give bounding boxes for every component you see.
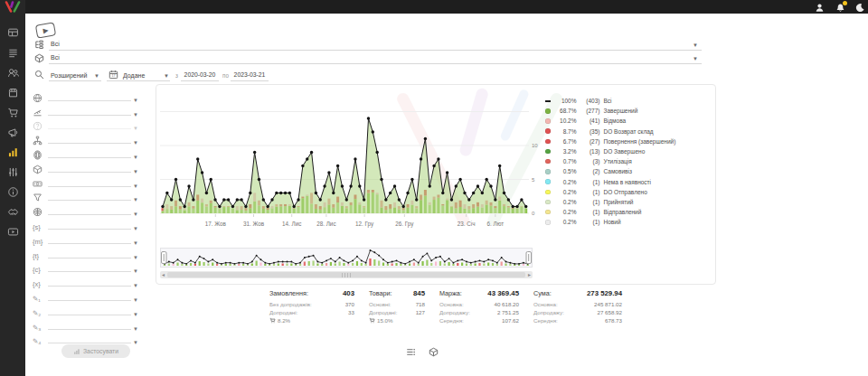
moon-icon[interactable] [855, 3, 865, 13]
filter-input-underline[interactable] [48, 128, 131, 129]
rail-sliders-icon[interactable] [7, 166, 19, 178]
sidebar-filter-row[interactable]: ▼ [33, 103, 138, 118]
chevron-down-icon[interactable]: ▼ [133, 155, 138, 160]
filter-input-underline[interactable] [48, 258, 131, 258]
rail-megaphone-icon[interactable] [7, 127, 19, 138]
chevron-down-icon[interactable]: ▼ [133, 197, 138, 202]
date-to-input[interactable]: 2023-03-21 [231, 71, 269, 78]
search-icon[interactable] [34, 70, 44, 80]
category-caret-icon[interactable]: ▼ [693, 42, 698, 48]
scroll-right-icon[interactable]: ▸ [528, 271, 531, 278]
filter-input-underline[interactable] [48, 214, 131, 215]
nav-handle-right[interactable] [526, 252, 532, 264]
chevron-down-icon[interactable]: ▼ [133, 212, 138, 217]
filter-input-underline[interactable] [48, 100, 131, 101]
sidebar-filter-row[interactable]: ▼ [33, 89, 138, 103]
main-chart[interactable]: 051017. Жов31. Жов14. Лис28. Лис12. Гру2… [158, 90, 542, 235]
product-caret-icon[interactable]: ▼ [693, 56, 698, 61]
chevron-down-icon[interactable]: ▼ [133, 340, 138, 345]
legend-item[interactable]: 0.7%(3)Утилізація [545, 156, 712, 166]
navigator-scrollbar[interactable]: ◂ ▸ [160, 271, 533, 278]
legend-item[interactable]: 10.2%(41)Відмова [545, 116, 712, 126]
sidebar-filter-row[interactable]: ▼ [33, 160, 138, 174]
sidebar-filter-row[interactable]: {c}▼ [33, 260, 138, 275]
sidebar-filter-row[interactable]: ▼ [33, 118, 138, 132]
chevron-down-icon[interactable]: ▼ [133, 297, 138, 303]
sidebar-filter-row[interactable]: ✎₂▼ [33, 303, 138, 317]
chevron-down-icon[interactable]: ▼ [133, 183, 138, 189]
sidebar-filter-row[interactable]: ▼ [33, 202, 138, 217]
rail-users-icon[interactable] [7, 67, 19, 79]
filter-input-underline[interactable] [48, 115, 131, 116]
rail-info-icon[interactable] [7, 186, 19, 198]
filter-input-underline[interactable] [48, 229, 131, 230]
sidebar-filter-row[interactable]: {t}▼ [33, 246, 138, 260]
sidebar-filter-row[interactable]: ✎₄▼ [33, 332, 138, 346]
filter-input-underline[interactable] [48, 271, 131, 272]
bell-icon[interactable] [835, 3, 845, 13]
rail-analytics-icon[interactable] [7, 146, 19, 158]
sidebar-filter-row[interactable]: ▼ [33, 174, 138, 189]
search-mode-select[interactable]: Розширений [51, 70, 87, 80]
chevron-down-icon[interactable]: ▼ [133, 255, 138, 260]
legend-item[interactable]: 0.5%(2)Самовивіз [545, 166, 712, 176]
scroll-left-icon[interactable]: ◂ [162, 271, 165, 278]
date-from-input[interactable]: 2020-03-20 [181, 71, 219, 78]
chevron-down-icon[interactable]: ▼ [133, 283, 138, 288]
sidebar-filter-row[interactable]: ▼ [33, 131, 138, 146]
chevron-down-icon[interactable]: ▼ [133, 169, 138, 174]
sidebar-filter-row[interactable]: {m}▼ [33, 231, 138, 246]
legend-item[interactable]: 3.2%(13)DO Завершено [545, 146, 712, 156]
legend-item[interactable]: 0.2%(1)Прийнятий [545, 197, 712, 207]
sidebar-filter-row[interactable]: ✎₃▼ [33, 317, 138, 332]
sidebar-filter-row[interactable]: {s}▼ [33, 217, 138, 231]
filter-input-underline[interactable] [48, 186, 131, 187]
filter-input-underline[interactable] [48, 300, 131, 301]
chevron-down-icon[interactable]: ▼ [133, 326, 138, 332]
filter-input-underline[interactable] [48, 157, 131, 158]
user-icon[interactable] [815, 3, 825, 13]
legend-item[interactable]: 6.7%(27)Повернення (завершений) [545, 136, 712, 146]
chevron-down-icon[interactable]: ▼ [133, 240, 138, 246]
sidebar-filter-row[interactable]: {x}▼ [33, 274, 138, 288]
chevron-down-icon[interactable]: ▼ [133, 98, 138, 103]
chevron-down-icon[interactable]: ▼ [133, 126, 138, 131]
legend-item[interactable]: 0.2%(1)Відправлений [545, 207, 712, 217]
legend-item[interactable]: 0.2%(1)Новий [545, 217, 712, 227]
nav-handle-left[interactable] [162, 252, 167, 264]
category-filter-value[interactable]: Всі [51, 39, 60, 49]
filter-input-underline[interactable] [48, 286, 131, 287]
list-stats-icon[interactable] [406, 347, 416, 357]
product-filter-value[interactable]: Всі [51, 52, 60, 62]
filter-input-underline[interactable] [48, 200, 131, 201]
filter-input-underline[interactable] [48, 243, 131, 244]
sidebar-filter-row[interactable]: ✎₁▼ [33, 288, 138, 303]
rail-handshake-icon[interactable] [7, 206, 19, 218]
filter-input-underline[interactable] [48, 143, 131, 144]
package-icon[interactable] [429, 347, 439, 357]
video-tutorial-button[interactable]: ▶ [35, 22, 56, 38]
apply-button[interactable]: Застосувати [61, 344, 130, 358]
search-mode-caret-icon[interactable]: ▼ [94, 73, 99, 79]
legend-item[interactable]: 68.7%(277)Завершений [545, 106, 712, 116]
filter-input-underline[interactable] [48, 329, 131, 330]
app-logo-icon[interactable] [4, 1, 22, 13]
sidebar-filter-row[interactable]: ▼ [33, 189, 138, 203]
chevron-down-icon[interactable]: ▼ [133, 140, 138, 146]
legend-item[interactable]: 0.2%(1)DO Отправлено [545, 187, 712, 197]
chart-navigator[interactable] [160, 248, 533, 269]
chevron-down-icon[interactable]: ▼ [133, 226, 138, 231]
chevron-down-icon[interactable]: ▼ [133, 268, 138, 274]
rail-video-icon[interactable] [7, 226, 19, 238]
date-field-select[interactable]: Додане [123, 70, 145, 80]
chevron-down-icon[interactable]: ▼ [133, 312, 138, 317]
legend-item[interactable]: 100%(403)Всі [545, 96, 712, 106]
date-field-caret-icon[interactable]: ▼ [164, 73, 169, 79]
legend-item[interactable]: 0.2%(1)Нема в наявності [545, 177, 712, 187]
legend-item[interactable]: 8.7%(35)DO Возврат склад [545, 127, 712, 136]
rail-orders-list-icon[interactable] [7, 47, 19, 59]
filter-input-underline[interactable] [48, 315, 131, 315]
sidebar-filter-row[interactable]: ▼ [33, 146, 138, 160]
filter-input-underline[interactable] [48, 172, 131, 173]
rail-store-icon[interactable] [7, 87, 19, 99]
